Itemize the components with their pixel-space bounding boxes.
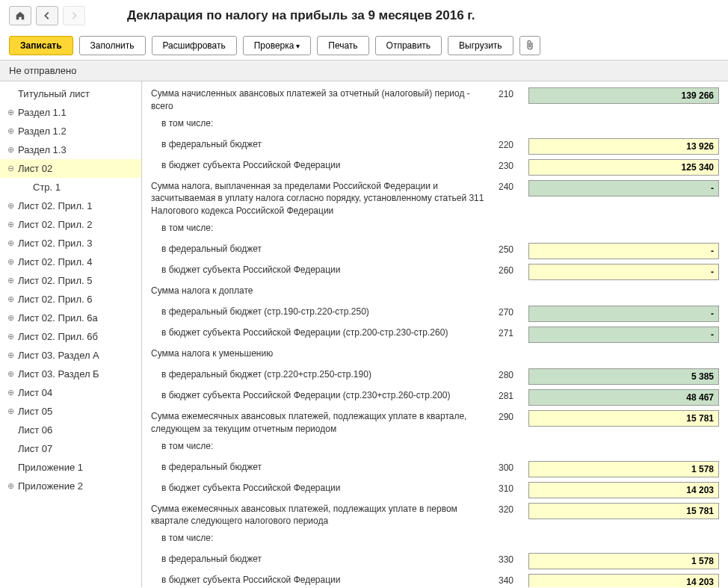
expand-icon[interactable] [6,389,15,397]
value-field[interactable] [528,306,719,322]
sidebar-item[interactable]: Лист 03. Раздел А [0,346,141,365]
expand-icon[interactable] [6,258,15,267]
sidebar-item[interactable]: Раздел 1.3 [0,140,141,159]
value-field[interactable] [528,368,719,385]
value-field[interactable] [528,264,719,280]
row-label: в бюджет субъекта Российской Федерации [151,264,499,276]
value-field[interactable] [528,503,719,519]
sidebar-item[interactable]: Лист 02. Прил. 6 [0,290,141,309]
expand-icon[interactable] [6,220,15,229]
row-label: Сумма налога, выплаченная за пределами Р… [151,180,499,217]
home-button[interactable] [9,6,31,25]
form-row: Сумма ежемесячных авансовых платежей, по… [151,410,719,436]
row-value-cell [528,87,719,104]
form-row: в том числе: [151,532,719,548]
row-code: 220 [499,138,528,150]
expand-icon[interactable] [6,146,15,155]
sidebar-item[interactable]: Приложение 2 [0,477,141,495]
expand-icon[interactable] [6,351,15,360]
value-field[interactable] [528,410,719,427]
sidebar-item[interactable]: Лист 02. Прил. 6б [0,327,141,346]
form-row: в бюджет субъекта Российской Федерации (… [151,327,719,343]
form-row: в бюджет субъекта Российской Федерации23… [151,159,719,176]
form-row: в бюджет субъекта Российской Федерации26… [151,264,719,280]
sidebar-item[interactable]: Лист 06 [0,421,141,439]
sidebar-item[interactable]: Лист 02 [0,159,141,178]
print-button[interactable]: Печать [317,36,368,55]
sidebar-item[interactable]: Титульный лист [0,84,141,103]
value-field[interactable] [528,574,719,587]
sidebar-item[interactable]: Раздел 1.1 [0,103,141,122]
value-field[interactable] [528,180,719,196]
page-title: Декларация по налогу на прибыль за 9 мес… [127,8,475,23]
decode-button[interactable]: Расшифровать [152,36,237,55]
topbar: Декларация по налогу на прибыль за 9 мес… [0,0,728,31]
sidebar-item[interactable]: Лист 02. Прил. 4 [0,253,141,271]
attachment-button[interactable] [519,36,540,55]
form-row: Сумма начисленных авансовых платежей за … [151,87,719,113]
value-field[interactable] [528,138,719,155]
sidebar-item[interactable]: Лист 02. Прил. 1 [0,196,141,215]
value-field[interactable] [528,461,719,477]
main: Титульный листРаздел 1.1Раздел 1.2Раздел… [0,81,728,587]
expand-icon[interactable] [6,202,15,211]
expand-icon[interactable] [6,108,15,117]
sidebar-item-label: Лист 02. Прил. 1 [18,200,92,211]
row-label: в федеральный бюджет (стр.190-стр.220-ст… [151,306,499,318]
sidebar-item-label: Лист 02 [18,163,52,174]
sidebar-item[interactable]: Лист 03. Раздел Б [0,365,141,383]
status-bar: Не отправлено [0,61,728,81]
row-value-cell [528,327,719,343]
sidebar-item[interactable]: Лист 07 [0,439,141,458]
sidebar-item[interactable]: Лист 05 [0,402,141,421]
expand-icon[interactable] [6,127,15,136]
value-field[interactable] [528,159,719,176]
row-label: Сумма ежемесячных авансовых платежей, по… [151,410,499,436]
export-button[interactable]: Выгрузить [448,36,513,55]
expand-icon[interactable] [6,239,15,248]
row-value-cell [528,138,719,155]
sidebar-item[interactable]: Лист 02. Прил. 6а [0,309,141,327]
sidebar-item[interactable]: Лист 02. Прил. 2 [0,215,141,234]
collapse-icon[interactable] [6,164,15,173]
expand-icon[interactable] [6,314,15,323]
form-row: Сумма налога, выплаченная за пределами Р… [151,180,719,217]
row-value-cell [528,482,719,498]
row-label: Сумма налога к доплате [151,285,499,297]
row-value-cell [528,368,719,385]
toolbar: Записать Заполнить Расшифровать Проверка… [0,31,728,61]
row-label: в федеральный бюджет (стр.220+стр.250-ст… [151,368,499,381]
send-button[interactable]: Отправить [375,36,442,55]
row-code: 290 [499,410,528,422]
expand-icon[interactable] [6,295,15,304]
sidebar-item[interactable]: Лист 02. Прил. 5 [0,271,141,290]
sidebar-item-label: Лист 03. Раздел Б [18,368,99,380]
sidebar-item[interactable]: Стр. 1 [0,178,141,196]
sidebar-item-label: Раздел 1.1 [18,107,67,118]
back-button[interactable] [36,6,58,25]
sidebar-item[interactable]: Приложение 1 [0,458,141,477]
form-row: в федеральный бюджет (стр.190-стр.220-ст… [151,306,719,322]
value-field[interactable] [528,327,719,343]
sidebar-item[interactable]: Лист 02. Прил. 3 [0,234,141,253]
check-button[interactable]: Проверка [243,36,312,55]
expand-icon[interactable] [6,407,15,416]
sidebar-item[interactable]: Лист 04 [0,383,141,402]
expand-icon[interactable] [6,276,15,285]
value-field[interactable] [528,243,719,259]
form-row: в том числе: [151,222,719,238]
row-value-cell [528,553,719,569]
forward-button[interactable] [63,6,85,25]
value-field[interactable] [528,482,719,498]
save-button[interactable]: Записать [9,36,73,55]
row-value-cell [528,243,719,259]
form-row: в бюджет субъекта Российской Федерации (… [151,389,719,406]
expand-icon[interactable] [6,332,15,341]
value-field[interactable] [528,87,719,104]
fill-button[interactable]: Заполнить [79,36,146,55]
value-field[interactable] [528,389,719,406]
sidebar-item[interactable]: Раздел 1.2 [0,122,141,140]
expand-icon[interactable] [6,370,15,379]
expand-icon[interactable] [6,482,15,491]
value-field[interactable] [528,553,719,569]
